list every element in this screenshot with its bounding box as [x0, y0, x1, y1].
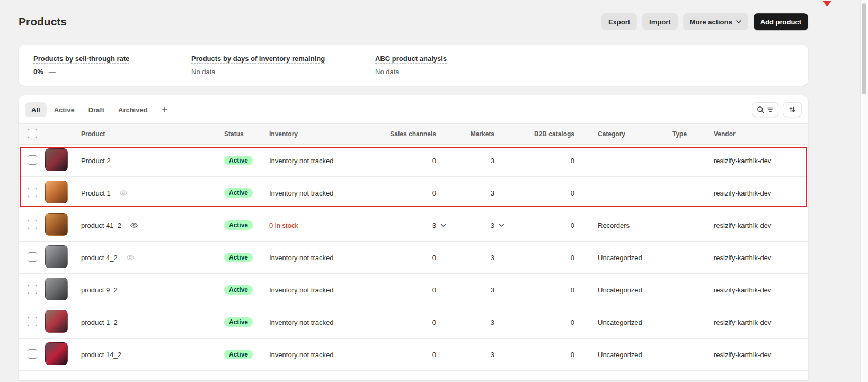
hidden-eye-icon — [130, 221, 138, 229]
products-page: Products Export Import More actions Add … — [19, 0, 808, 380]
days-of-inventory-card: Products by days of inventory remaining … — [176, 45, 360, 86]
row-checkbox[interactable] — [28, 317, 37, 326]
status-badge: Active — [224, 285, 253, 295]
product-name[interactable]: product 4_2 — [81, 254, 118, 262]
column-header-product: Product — [81, 130, 224, 138]
vendor-cell: resizify-karthik-dev — [695, 221, 808, 229]
tab-archived[interactable]: Archived — [112, 102, 154, 117]
column-header-type: Type — [654, 130, 695, 138]
markets-count: 3 — [491, 318, 494, 326]
search-icon — [757, 106, 765, 114]
column-header-inventory: Inventory — [269, 130, 366, 138]
row-checkbox[interactable] — [28, 285, 37, 294]
abc-analysis-link[interactable]: ABC product analysis — [375, 55, 447, 63]
vendor-cell: resizify-karthik-dev — [695, 157, 808, 165]
product-thumbnail — [45, 148, 68, 171]
tab-draft[interactable]: Draft — [82, 102, 111, 117]
sales-channels-cell: 0 — [366, 157, 437, 165]
markets-cell: 3 — [437, 157, 495, 165]
tab-active[interactable]: Active — [48, 102, 81, 117]
inventory-cell: Inventory not tracked — [269, 286, 366, 294]
markets-count: 3 — [491, 189, 494, 197]
sales-channels-count: 0 — [432, 189, 436, 197]
export-button[interactable]: Export — [601, 13, 637, 30]
table-row[interactable]: product 41_2 Active 0 in stock 3 3 0 Rec… — [19, 209, 808, 242]
table-row[interactable]: product 14_2 Active Inventory not tracke… — [19, 339, 808, 371]
sell-through-rate-link[interactable]: Products by sell-through rate — [33, 55, 129, 63]
product-thumbnail — [45, 245, 68, 268]
row-checkbox[interactable] — [28, 252, 37, 262]
sell-through-rate-metric: 0% — [33, 68, 43, 76]
hidden-eye-icon — [119, 189, 128, 197]
more-actions-label: More actions — [690, 18, 732, 26]
sales-channels-cell: 3 — [366, 221, 437, 229]
b2b-catalogs-cell: 0 — [495, 286, 575, 294]
table-row[interactable]: Product 1 Active Inventory not tracked 0… — [19, 177, 808, 209]
tabs-bar: All Active Draft Archived — [19, 95, 808, 123]
category-cell: Uncategorized — [575, 318, 654, 326]
product-name[interactable]: product 1_2 — [81, 318, 118, 326]
markets-cell: 3 — [437, 221, 495, 229]
products-table-card: All Active Draft Archived — [19, 95, 808, 380]
table-row[interactable]: product 9_2 Active Inventory not tracked… — [19, 274, 808, 306]
row-checkbox[interactable] — [28, 155, 37, 165]
search-filter-button[interactable] — [752, 102, 778, 117]
scrollbar — [860, 0, 868, 382]
sell-through-rate-card: Products by sell-through rate 0% — — [19, 45, 176, 86]
annotation-artifact — [822, 0, 833, 10]
product-name[interactable]: product 41_2 — [81, 221, 121, 229]
table-row[interactable]: product 1_2 Active Inventory not tracked… — [19, 306, 808, 339]
b2b-catalogs-cell: 0 — [495, 221, 575, 229]
row-checkbox[interactable] — [28, 188, 37, 197]
category-cell: Uncategorized — [575, 254, 654, 262]
status-badge: Active — [224, 188, 253, 198]
filter-icon — [767, 106, 774, 113]
table-row[interactable]: Product 2 Active Inventory not tracked 0… — [19, 145, 808, 177]
row-checkbox[interactable] — [28, 220, 37, 229]
column-header-category: Category — [575, 130, 654, 138]
trend-dash-icon: — — [49, 68, 56, 76]
table-tools — [752, 102, 802, 117]
tab-all[interactable]: All — [25, 102, 47, 117]
table-row[interactable]: product 4_2 Active Inventory not tracked… — [19, 242, 808, 274]
sales-channels-cell: 0 — [366, 254, 437, 262]
scrollbar-thumb[interactable] — [862, 3, 866, 94]
vendor-cell: resizify-karthik-dev — [695, 189, 808, 197]
inventory-cell: Inventory not tracked — [269, 189, 366, 197]
column-header-status: Status — [224, 130, 269, 138]
add-product-button[interactable]: Add product — [754, 13, 808, 30]
row-checkbox[interactable] — [28, 349, 37, 359]
product-name[interactable]: Product 2 — [81, 157, 111, 165]
sales-channels-count: 0 — [432, 254, 436, 262]
import-button[interactable]: Import — [642, 13, 677, 30]
product-name[interactable]: product 9_2 — [81, 286, 118, 294]
inventory-cell: Inventory not tracked — [269, 351, 366, 359]
product-name[interactable]: product 14_2 — [81, 351, 121, 359]
sort-button[interactable] — [783, 102, 802, 117]
status-badge: Active — [224, 253, 253, 262]
b2b-catalogs-cell: 0 — [495, 254, 575, 262]
header-actions: Export Import More actions Add product — [601, 13, 808, 30]
days-of-inventory-link[interactable]: Products by days of inventory remaining — [191, 55, 325, 63]
sales-channels-cell: 0 — [366, 318, 437, 326]
table-header-row: Product Status Inventory Sales channels … — [19, 123, 808, 145]
status-badge: Active — [224, 156, 253, 165]
sales-channels-count: 0 — [432, 157, 436, 165]
vendor-cell: resizify-karthik-dev — [695, 286, 808, 294]
table-body: Product 2 Active Inventory not tracked 0… — [19, 145, 808, 371]
column-header-markets: Markets — [437, 130, 495, 138]
markets-cell: 3 — [437, 318, 495, 326]
more-actions-button[interactable]: More actions — [683, 13, 748, 30]
product-name[interactable]: Product 1 — [81, 189, 111, 197]
column-header-vendor: Vendor — [695, 130, 808, 138]
product-thumbnail — [45, 342, 68, 365]
inventory-cell: Inventory not tracked — [269, 157, 366, 165]
select-all-checkbox[interactable] — [28, 129, 37, 138]
add-view-button[interactable] — [157, 102, 172, 117]
sales-channels-cell: 0 — [366, 189, 437, 197]
b2b-catalogs-cell: 0 — [495, 157, 575, 165]
abc-analysis-value: No data — [375, 68, 793, 76]
product-thumbnail — [45, 310, 68, 333]
markets-count: 3 — [491, 221, 494, 229]
product-thumbnail — [45, 213, 68, 236]
